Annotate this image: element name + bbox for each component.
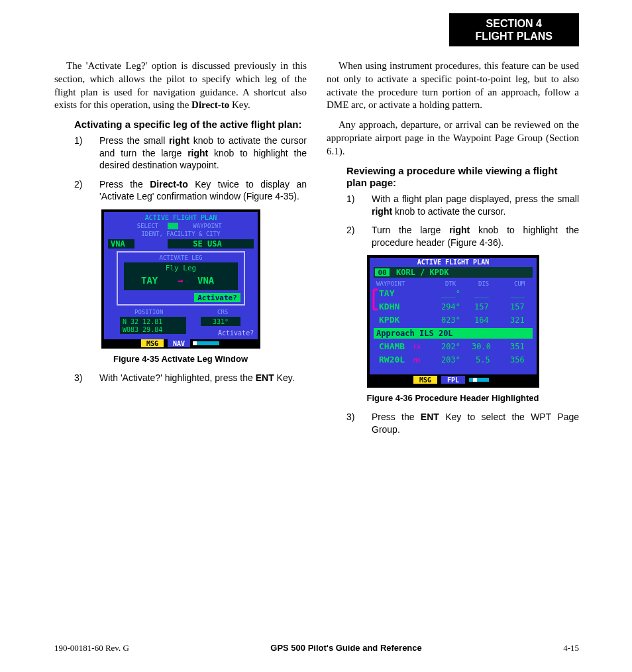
step-number: 1) [346, 193, 361, 217]
intro-text-2: Key. [229, 99, 250, 110]
f36-r3c: 321 [510, 315, 525, 325]
list-item: 2) Press the Direct-to Key twice to disp… [74, 178, 307, 203]
subhead-reviewing-procedure: Reviewing a procedure while viewing a fl… [346, 165, 579, 190]
f36-r2s: 157 [474, 302, 489, 311]
f35-activate2: Activate? [218, 329, 254, 337]
f36-r4c: 351 [510, 342, 525, 351]
step-text: Press the small right knob to activate t… [99, 135, 307, 171]
f35-crs-lbl: CRS [217, 309, 228, 315]
footer-mid: GPS 500 Pilot's Guide and Reference [270, 643, 422, 653]
fig36-caption: Figure 4-36 Procedure Header Highlighted [327, 393, 579, 403]
t: With 'Activate?' highlighted, press the [99, 372, 256, 383]
f36-r4sfx: FA [413, 344, 421, 351]
f36-h-dtk: DTK [445, 280, 456, 287]
list-item: 1) With a flight plan page displayed, pr… [346, 193, 579, 217]
kw-right: right [187, 148, 208, 158]
kw-direct-to: Direct-to [150, 179, 188, 190]
f36-r5s: 5.5 [476, 355, 490, 364]
f36-r2c: 157 [510, 302, 525, 311]
f36-msg: MSG [419, 376, 431, 384]
f36-r4d: 202° [441, 342, 460, 351]
t: knob to activate the cursor. [392, 206, 505, 217]
f36-r4w: CHAMB [379, 341, 405, 351]
f36-r5sfx: MA [413, 357, 421, 364]
f36-r2w: KDHN [379, 302, 399, 311]
f35-flyleg: Fly Leg [165, 264, 195, 272]
step-number: 2) [346, 224, 361, 249]
f35-tay: TAY [141, 275, 158, 286]
direct-to-keyword: Direct-to [191, 99, 229, 110]
f35-lon: W083 29.84 [123, 326, 162, 333]
step-number: 2) [74, 178, 89, 203]
f36-approach: Approach ILS 20L [376, 329, 453, 338]
step-text: Press the Direct-to Key twice to display… [99, 178, 307, 203]
content-columns: The 'Activate Leg?' option is discussed … [54, 60, 579, 442]
arrow-icon: → [178, 275, 183, 286]
figure-4-35: ACTIVE FLIGHT PLAN SELECT WAYPOINT IDENT… [54, 209, 307, 364]
svg-rect-14 [193, 341, 197, 345]
f35-wpt: WAYPOINT [193, 223, 222, 229]
f36-h-cum: CUM [514, 280, 525, 287]
section-title: FLIGHT PLANS [476, 30, 553, 42]
f35-activateq: Activate? [197, 294, 237, 302]
f36-r5c: 356 [510, 355, 525, 364]
svg-rect-26 [469, 378, 489, 382]
step-text: Press the ENT Key to select the WPT Page… [372, 411, 579, 435]
fig35-caption: Figure 4-35 Activate Leg Window [54, 354, 307, 364]
f35-pos-lbl: POSITION [134, 309, 163, 315]
step-text: With 'Activate?' highlighted, press the … [99, 372, 307, 384]
kw-right: right [449, 225, 470, 235]
step-text: With a flight plan page displayed, press… [372, 193, 579, 217]
kw-right: right [169, 135, 189, 146]
f36-r3d: 023° [441, 315, 460, 325]
f36-r3w: KPDK [379, 315, 399, 325]
right-p2: Any approach, departure, or arrival can … [327, 119, 579, 158]
f35-ident: IDENT, FACILITY & CITY [141, 231, 221, 237]
footer-right: 4-15 [563, 643, 579, 653]
f35-vna2: VNA [197, 275, 215, 286]
left-column: The 'Activate Leg?' option is discussed … [54, 60, 307, 442]
right-column: When using instrument procedures, this f… [327, 60, 579, 442]
f35-actleg: ACTIVATE LEG [159, 254, 202, 261]
f35-vna: VNA [111, 239, 125, 249]
page-footer: 190-00181-60 Rev. G GPS 500 Pilot's Guid… [54, 643, 579, 653]
f36-r1w: TAY [379, 288, 395, 298]
t: Press the small [99, 135, 169, 146]
section-header-tab: SECTION 4 FLIGHT PLANS [449, 13, 579, 46]
t: Press the [99, 179, 150, 190]
f35-seusa: SE USA [193, 239, 222, 249]
f35-nav: NAV [172, 340, 184, 347]
figure-4-36: ACTIVE FLIGHT PLAN 00 KORL / KPDK WAYPOI… [327, 255, 579, 403]
f35-select: SELECT [136, 223, 158, 229]
kw-right: right [372, 206, 392, 217]
svg-rect-2 [168, 223, 178, 229]
section-number: SECTION 4 [476, 17, 553, 30]
f36-title: ACTIVE FLIGHT PLAN [417, 258, 488, 266]
f36-h-dis: DIS [478, 280, 489, 287]
kw-ent: ENT [256, 372, 274, 383]
f36-r1c: ___ [510, 289, 525, 298]
f36-r1d: ___° [441, 289, 460, 298]
step-number: 3) [346, 411, 361, 435]
list-item: 3) With 'Activate?' highlighted, press t… [74, 372, 307, 384]
step-text: Turn the large right knob to highlight t… [372, 224, 579, 249]
footer-left: 190-00181-60 Rev. G [54, 643, 129, 653]
f36-plan: KORL / KPDK [396, 268, 449, 277]
f36-r5d: 203° [441, 355, 460, 364]
f35-title: ACTIVE FLIGHT PLAN [144, 214, 216, 221]
procedure-list-2b: 3) Press the ENT Key to select the WPT P… [346, 411, 579, 435]
step-number: 3) [74, 372, 89, 384]
left-intro: The 'Activate Leg?' option is discussed … [54, 60, 307, 112]
subhead-activating-leg: Activating a specific leg of the active … [74, 119, 307, 131]
f36-r3s: 164 [474, 315, 489, 325]
t: Key. [274, 372, 295, 383]
f36-h-wpt: WAYPOINT [376, 280, 405, 287]
f36-r5w: RW20L [379, 355, 405, 364]
procedure-list-1: 1) Press the small right knob to activat… [74, 135, 307, 202]
list-item: 3) Press the ENT Key to select the WPT P… [346, 411, 579, 435]
kw-ent: ENT [421, 412, 439, 422]
t: With a flight plan page displayed, press… [372, 194, 579, 204]
list-item: 2) Turn the large right knob to highligh… [346, 224, 579, 249]
procedure-list-1b: 3) With 'Activate?' highlighted, press t… [74, 372, 307, 384]
procedure-list-2: 1) With a flight plan page displayed, pr… [346, 193, 579, 249]
